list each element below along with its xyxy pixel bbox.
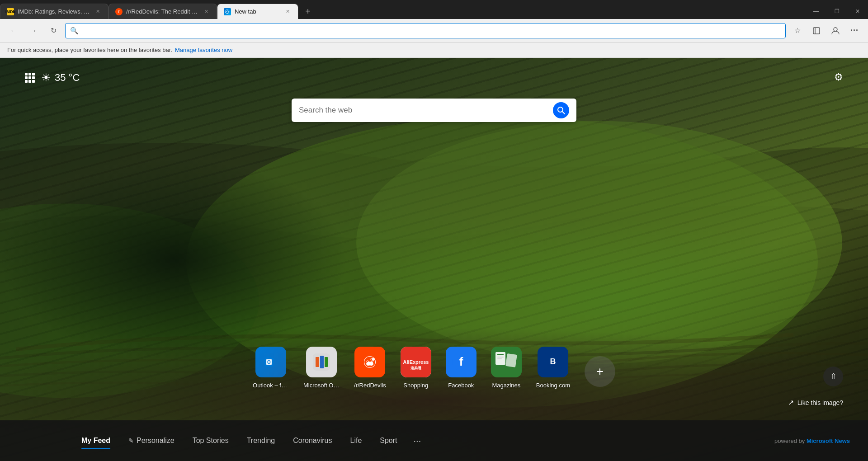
sport-label: Sport bbox=[380, 437, 397, 444]
svg-rect-32 bbox=[497, 354, 504, 355]
tab-bar: IMDb IMDb: Ratings, Reviews, and Wh... ✕… bbox=[0, 0, 868, 19]
tab-topstories[interactable]: Top Stories bbox=[184, 433, 238, 448]
tab-personalize[interactable]: ✎ Personalize bbox=[119, 433, 184, 448]
tab-coronavirus[interactable]: Coronavirus bbox=[284, 433, 341, 448]
add-shortcut[interactable]: + bbox=[585, 356, 615, 389]
svg-rect-14 bbox=[325, 357, 328, 367]
gear-icon: ⚙ bbox=[834, 71, 843, 83]
like-image-button[interactable]: ↗ Like this image? bbox=[788, 398, 843, 407]
shopping-label: Shopping bbox=[403, 382, 428, 389]
shortcut-outlook[interactable]: O Outlook – fre... bbox=[253, 347, 289, 389]
shortcut-reddit[interactable]: /r/RedDevils bbox=[354, 347, 386, 389]
weather-widget[interactable]: ☀ 35 °C bbox=[41, 71, 80, 84]
svg-rect-35 bbox=[505, 353, 517, 367]
svg-point-5 bbox=[0, 203, 259, 398]
favorites-message: For quick access, place your favorites h… bbox=[7, 47, 172, 53]
imdb-favicon: IMDb bbox=[7, 8, 14, 15]
tab-imdb-title: IMDb: Ratings, Reviews, and Wh... bbox=[18, 8, 90, 15]
tab-reddit-title: /r/RedDevils: The Reddit home f... bbox=[126, 8, 198, 15]
toolbar: ← → ↻ 🔍 ☆ ··· bbox=[0, 19, 868, 42]
magazines-icon bbox=[491, 347, 522, 377]
facebook-icon: f bbox=[446, 347, 476, 377]
shortcut-magazines[interactable]: Magazines bbox=[491, 347, 522, 389]
maximize-button[interactable]: ❐ bbox=[826, 4, 847, 19]
reddit-icon bbox=[354, 347, 385, 377]
shortcut-shopping[interactable]: AliExpress 速卖通 Shopping bbox=[401, 347, 431, 389]
back-button[interactable]: ← bbox=[5, 23, 22, 39]
tab-imdb[interactable]: IMDb IMDb: Ratings, Reviews, and Wh... ✕ bbox=[0, 4, 108, 19]
svg-rect-13 bbox=[320, 356, 324, 368]
magazines-label: Magazines bbox=[492, 382, 520, 389]
tab-sport[interactable]: Sport bbox=[371, 433, 406, 448]
svg-line-7 bbox=[562, 112, 565, 114]
search-wrap bbox=[292, 99, 576, 122]
svg-text:速卖通: 速卖通 bbox=[410, 366, 422, 370]
close-button[interactable]: ✕ bbox=[847, 4, 868, 19]
tab-reddit[interactable]: r /r/RedDevils: The Reddit home f... ✕ bbox=[108, 4, 217, 19]
refresh-button[interactable]: ↻ bbox=[45, 23, 61, 39]
topstories-label: Top Stories bbox=[193, 437, 229, 444]
search-input[interactable] bbox=[299, 106, 548, 115]
toolbar-right: ☆ ··· bbox=[789, 23, 863, 39]
outlook-icon: O bbox=[255, 347, 286, 377]
minimize-button[interactable]: — bbox=[806, 4, 826, 19]
tab-newtab[interactable]: New tab ✕ bbox=[217, 4, 298, 19]
search-icon: 🔍 bbox=[70, 27, 79, 35]
address-bar[interactable]: 🔍 bbox=[65, 23, 786, 38]
tab-myfeed[interactable]: My Feed bbox=[72, 433, 119, 448]
personalize-label: Personalize bbox=[137, 437, 175, 445]
svg-text:f: f bbox=[459, 355, 463, 368]
reddit-favicon: r bbox=[115, 8, 123, 15]
office-label: Microsoft Offi... bbox=[303, 382, 340, 389]
svg-text:B: B bbox=[550, 357, 556, 366]
edge-favicon bbox=[224, 8, 231, 15]
tab-imdb-close[interactable]: ✕ bbox=[94, 8, 102, 16]
tab-newtab-close[interactable]: ✕ bbox=[283, 8, 292, 16]
favorites-bar: For quick access, place your favorites h… bbox=[0, 42, 868, 58]
svg-point-2 bbox=[834, 28, 837, 31]
powered-by: powered by Microsoft News bbox=[774, 437, 868, 444]
svg-point-21 bbox=[367, 361, 368, 362]
account-button[interactable] bbox=[827, 23, 844, 39]
expand-icon: ↗ bbox=[788, 398, 794, 407]
svg-point-22 bbox=[372, 361, 373, 362]
forward-button[interactable]: → bbox=[25, 23, 42, 39]
tab-life[interactable]: Life bbox=[341, 433, 371, 448]
add-tab-button[interactable]: + bbox=[300, 4, 316, 19]
booking-icon: B bbox=[538, 347, 568, 377]
reddit-label: /r/RedDevils bbox=[354, 382, 386, 389]
more-tabs-button[interactable]: ··· bbox=[406, 432, 429, 450]
office-icon bbox=[306, 347, 337, 377]
address-input[interactable] bbox=[82, 27, 781, 34]
tab-reddit-close[interactable]: ✕ bbox=[202, 8, 210, 16]
coronavirus-label: Coronavirus bbox=[293, 437, 332, 444]
window-controls: — ❐ ✕ bbox=[806, 4, 868, 19]
collections-button[interactable] bbox=[808, 23, 825, 39]
like-image-label: Like this image? bbox=[797, 399, 843, 406]
outlook-label: Outlook – fre... bbox=[253, 382, 289, 389]
svg-rect-0 bbox=[813, 28, 820, 34]
top-left-widgets: ☀ 35 °C bbox=[25, 71, 80, 84]
microsoft-news-logo: Microsoft News bbox=[807, 437, 850, 444]
shortcut-booking[interactable]: B Booking.com bbox=[536, 347, 570, 389]
svg-point-4 bbox=[356, 121, 842, 364]
svg-rect-34 bbox=[497, 358, 502, 359]
manage-favorites-link[interactable]: Manage favorites now bbox=[175, 47, 232, 53]
scroll-up-button[interactable]: ⇧ bbox=[823, 367, 843, 386]
star-button[interactable]: ☆ bbox=[789, 23, 806, 39]
myfeed-label: My Feed bbox=[81, 437, 110, 444]
add-shortcut-button[interactable]: + bbox=[585, 356, 615, 387]
shortcuts-row: O Outlook – fre... Microsoft Offi... bbox=[253, 347, 615, 389]
svg-text:O: O bbox=[267, 360, 271, 365]
booking-label: Booking.com bbox=[536, 382, 570, 389]
more-button[interactable]: ··· bbox=[846, 23, 863, 39]
settings-button[interactable]: ⚙ bbox=[834, 71, 843, 83]
pencil-icon: ✎ bbox=[128, 437, 134, 444]
tab-trending[interactable]: Trending bbox=[238, 433, 284, 448]
search-button[interactable] bbox=[553, 102, 569, 118]
shortcut-facebook[interactable]: f Facebook bbox=[446, 347, 476, 389]
shortcut-office[interactable]: Microsoft Offi... bbox=[303, 347, 340, 389]
apps-grid-button[interactable] bbox=[25, 73, 35, 83]
trending-label: Trending bbox=[247, 437, 275, 444]
bottom-tabbar: My Feed ✎ Personalize Top Stories Trendi… bbox=[0, 420, 868, 461]
